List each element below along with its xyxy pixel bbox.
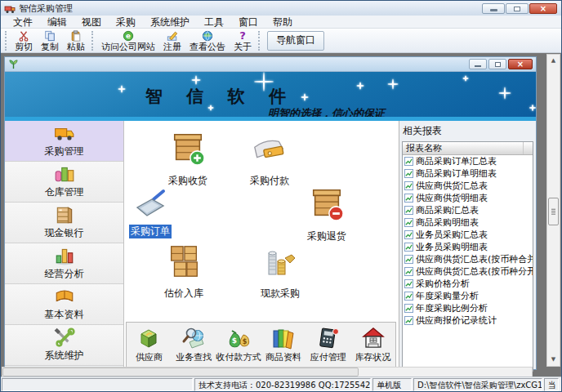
sparkle-decoration [462,75,468,81]
minimize-button[interactable] [482,3,505,14]
view-announcement-label: 查看公告 [190,42,225,51]
report-row-label: 年度采购量分析 [416,290,479,302]
report-row[interactable]: 供应商供货汇总表(按币种分开) [403,265,533,278]
child-close-button[interactable]: × [508,59,533,69]
report-row[interactable]: 商品采购汇总表 [403,204,533,216]
cash-bank-icon [54,205,75,225]
sidebar-item-warehouse-management[interactable]: 仓库管理 [5,162,123,203]
report-row[interactable]: 商品采购明细表 [403,216,533,229]
reports-column-header[interactable]: 报表名称 [403,142,533,155]
copy-button[interactable]: 复制 [37,29,63,52]
dustpan-icon [132,188,168,219]
close-button[interactable]: × [529,3,557,14]
sidebar-item-basic-data[interactable]: 基本资料 [5,284,123,325]
view-announcement-button[interactable]: 查看公告 [185,29,230,52]
copy-icon [43,30,56,42]
menu-help[interactable]: 帮助 [265,16,300,29]
scroll-down-arrow[interactable]: ▼ [547,354,560,366]
report-row-label: 商品采购汇总表 [416,204,479,216]
horizontal-scroll-thumb[interactable] [2,368,359,376]
sidebar-item-system-maintenance[interactable]: 系统维护 [5,325,123,366]
menu-tools[interactable]: 工具 [197,16,231,29]
quick-item-product-data[interactable]: 商品资料 [261,323,306,367]
vertical-scroll-thumb[interactable] [548,198,559,225]
cut-button[interactable]: 剪切 [11,29,37,52]
report-row[interactable]: 供应商报价记录统计 [403,314,533,327]
report-row[interactable]: 业务员采购汇总表 [403,229,533,241]
report-row-label: 商品采购明细表 [416,216,479,229]
menu-window[interactable]: 窗口 [231,16,265,29]
maximize-button[interactable] [506,3,529,14]
report-row-label: 业务员采购汇总表 [416,229,488,241]
quick-item-label: 商品资料 [265,351,301,363]
report-row[interactable]: 年度采购比例分析 [403,302,533,314]
report-row[interactable]: 供应商供货汇总表 [403,180,533,192]
report-row[interactable]: 年度采购量分析 [403,290,533,302]
status-edition: 单机版 [372,378,412,391]
visit-website-button[interactable]: e 访问公司网站 [97,29,159,52]
supplier-cube-icon [136,326,161,350]
report-chart-icon [404,157,413,166]
mdi-area: × 智 信 软 件 明智的选择，信心的保证 [1,53,561,378]
child-titlebar: × [5,57,536,72]
desktop-icon-estimated-stock-in[interactable]: 估价入库 [154,242,213,301]
quick-item-label: 应付管理 [310,351,346,363]
sidebar-item-cash-bank[interactable]: 现金银行 [5,203,123,243]
money-bags-icon: $ $ [226,326,251,350]
child-minimize-button[interactable] [469,59,487,69]
menu-edit[interactable]: 编辑 [40,16,74,29]
vertical-scrollbar[interactable]: ▲ ▼ [546,54,560,367]
quick-item-inventory-status[interactable]: 库存状况 [350,323,395,367]
sparkle-decoration [118,85,125,92]
child-restore-button[interactable] [488,59,506,69]
desktop-icon-label: 采购订单 [129,225,172,238]
house-icon [361,326,386,350]
report-chart-icon [404,304,413,313]
quick-item-business-search[interactable]: 业务查找 [172,323,216,367]
report-row[interactable]: 供应商供货汇总表(按币种合并) [403,253,533,265]
report-chart-icon [404,194,413,203]
sparkle-decoration [529,105,536,111]
sparkle-decoration [387,78,398,89]
menu-purchase[interactable]: 采购 [109,16,143,29]
report-row[interactable]: 商品采购订单明细表 [403,167,533,180]
wallet-icon [251,132,288,168]
desktop-icon-label: 估价入库 [164,287,203,301]
report-row-label: 供应商供货汇总表(按币种分开) [416,265,533,278]
report-row[interactable]: 采购价格分析 [403,278,533,290]
quick-item-label: 收付款方式 [216,351,261,363]
main-area: 采购收货 采购付款 [124,121,399,369]
copy-label: 复制 [41,42,59,51]
menu-view[interactable]: 视图 [74,16,109,29]
books-icon [271,326,296,350]
reports-panel-title: 相关报表 [403,124,533,138]
desktop-icon-cash-purchase[interactable]: 现款采购 [251,245,310,301]
quick-item-supplier[interactable]: 供应商 [127,323,172,367]
register-button[interactable]: 注册 [159,29,185,52]
app-title: 智信采购管理 [19,2,73,15]
report-chart-icon [404,218,413,227]
report-row-label: 供应商供货汇总表(按币种合并) [416,253,533,265]
paste-button[interactable]: 粘贴 [63,29,89,52]
banner-title: 智 信 软 件 [145,85,295,108]
sidebar-item-business-analysis[interactable]: 经营分析 [5,243,123,284]
reports-column-header-label: 报表名称 [406,142,442,154]
menu-system-maintenance[interactable]: 系统维护 [143,16,197,29]
desktop-icon-purchase-receive[interactable]: 采购收货 [158,129,217,188]
desktop-icon-purchase-return[interactable]: 采购退货 [297,185,356,243]
desktop-icon-purchase-order[interactable]: 采购订单 [121,188,180,238]
crate-plus-icon [169,129,207,168]
quick-item-payables-management[interactable]: 应付管理 [306,323,350,367]
report-row[interactable]: 业务员采购明细表 [403,241,533,253]
report-row-label: 年度采购比例分析 [416,302,488,314]
quick-item-payment-methods[interactable]: $ $ 收付款方式 [216,323,261,367]
about-button[interactable]: ? 关于 [230,29,256,52]
scroll-up-arrow[interactable]: ▲ [547,55,560,67]
desktop-icon-purchase-payment[interactable]: 采购付款 [240,132,299,188]
sidebar-item-purchase-management[interactable]: 采购管理 [5,121,123,162]
report-row[interactable]: 供应商供货明细表 [403,192,533,204]
menu-file[interactable]: 文件 [6,16,40,29]
navigation-window-button[interactable]: 导航窗口 [267,31,324,51]
report-row[interactable]: 商品采购订单汇总表 [403,155,533,167]
desktop-icon-label: 现款采购 [261,287,300,301]
